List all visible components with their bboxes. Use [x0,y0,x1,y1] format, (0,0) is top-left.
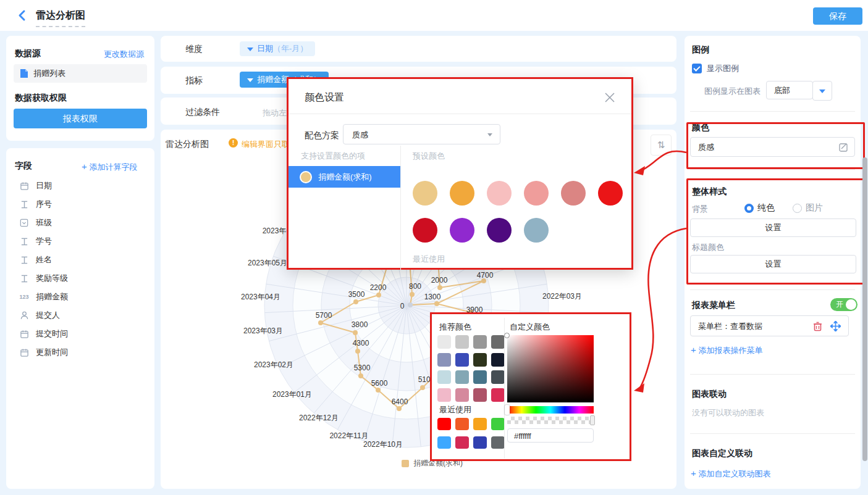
field-item-label: 学号 [36,236,52,247]
recommended-color-swatch[interactable] [437,370,451,384]
recommended-color-swatch[interactable] [437,388,451,402]
show-legend-checkbox[interactable] [692,64,702,73]
color-section-title: 颜色 [692,122,709,133]
dialog-series-item[interactable]: 捐赠金额(求和) [289,166,400,188]
report-perm-button[interactable]: 报表权限 [14,109,147,128]
edit-icon[interactable] [839,143,848,152]
chevron-down-icon [247,48,253,51]
field-item-label: 序号 [36,199,52,210]
gradient-cursor[interactable] [504,333,510,338]
field-item-日期[interactable]: 日期 [19,179,142,193]
dimension-card: 维度 日期（年-月） [161,36,676,62]
hue-handle[interactable] [505,405,510,415]
recommended-color-swatch[interactable] [455,370,469,384]
save-button[interactable]: 保存 [813,7,862,25]
recommended-color-swatch[interactable] [473,388,487,402]
linkage-section-title: 图表联动 [692,389,727,400]
recent-color-swatch[interactable] [455,436,469,449]
title-color-set-button[interactable]: 设置 [690,255,856,273]
filter-label: 过滤条件 [185,107,220,118]
legend-pos-select-caret[interactable] [812,81,832,101]
person-icon [19,311,30,320]
preset-color-swatch[interactable] [450,181,474,206]
saturation-gradient[interactable] [507,335,594,402]
scheme-select[interactable]: 质感 [343,124,500,144]
back-icon[interactable] [16,9,28,22]
field-item-label: 日期 [36,180,52,191]
alpha-handle[interactable] [590,415,595,425]
recommended-color-swatch[interactable] [473,335,487,349]
recommended-color-swatch[interactable] [473,353,487,367]
metric-label: 指标 [185,75,203,86]
field-item-奖励等级[interactable]: 奖励等级 [19,272,142,285]
recommended-color-swatch[interactable] [437,335,451,349]
preset-color-swatch[interactable] [524,181,549,206]
legend-pos-select[interactable]: 底部 [766,81,813,99]
sort-order-button[interactable]: ⇅ [651,135,672,156]
plus-icon: + [691,344,696,355]
preset-color-swatch[interactable] [450,218,474,243]
preset-colors-header: 预设颜色 [413,151,445,162]
preset-color-swatch[interactable] [413,218,437,243]
add-report-menu-link[interactable]: + 添加报表操作菜单 [691,344,762,356]
hue-slider[interactable] [507,406,594,414]
field-item-姓名[interactable]: 姓名 [19,253,142,267]
menu-toggle[interactable]: 开 [830,298,857,311]
move-icon[interactable] [830,321,841,331]
recent-color-swatch[interactable] [437,436,451,449]
preset-color-swatch[interactable] [413,181,437,206]
field-item-捐赠金额[interactable]: 123捐赠金额 [19,290,142,304]
recommended-color-swatch[interactable] [455,353,469,367]
legend-section-title: 图例 [692,44,709,56]
field-item-更新时间[interactable]: 更新时间 [19,346,142,359]
bg-set-button[interactable]: 设置 [690,218,856,237]
recommended-color-swatch[interactable] [491,335,505,349]
dimension-pill[interactable]: 日期（年-月） [240,41,315,56]
add-custom-linkage-link[interactable]: + 添加自定义联动图表 [691,468,770,480]
series-color-dot [300,171,312,183]
menu-section-title: 报表菜单栏 [692,300,735,311]
close-icon[interactable] [605,93,615,102]
field-item-序号[interactable]: 序号 [19,198,142,211]
bg-solid-radio[interactable] [744,204,754,213]
field-item-label: 奖励等级 [36,273,68,284]
recommended-color-swatch[interactable] [437,353,451,367]
chart-warning-text: 编辑界面只取 [242,139,290,150]
bg-label: 背景 [692,204,708,215]
recommended-color-swatch[interactable] [491,353,505,367]
preset-color-swatch[interactable] [598,181,623,206]
recent-color-swatch[interactable] [437,418,451,430]
recent-color-swatch[interactable] [491,436,505,449]
recent-color-swatch[interactable] [491,418,505,430]
change-datasource-link[interactable]: 更改数据源 [104,49,144,60]
field-item-提交时间[interactable]: 提交时间 [19,327,142,341]
recent-color-swatch[interactable] [473,418,487,430]
recommended-color-swatch[interactable] [455,388,469,402]
recent-color-swatch[interactable] [455,418,469,430]
recommended-color-swatch[interactable] [473,370,487,384]
recent-color-swatch[interactable] [473,436,487,449]
bg-image-radio[interactable] [793,204,802,213]
show-legend-label: 显示图例 [707,63,739,74]
alpha-slider[interactable] [507,417,594,424]
trash-icon[interactable] [813,322,822,331]
datasource-item[interactable]: 捐赠列表 [14,64,147,83]
field-item-label: 捐赠金额 [36,291,68,302]
menu-item[interactable]: 菜单栏：查看数据 [690,315,849,336]
hex-input[interactable]: #ffffff [507,428,594,443]
recommended-color-swatch[interactable] [491,388,505,402]
dialog-title: 颜色设置 [305,91,344,104]
scrollbar-thumb[interactable] [862,157,867,461]
recommended-color-swatch[interactable] [455,335,469,349]
field-item-班级[interactable]: 班级 [19,216,142,230]
text-icon [19,201,30,209]
color-scheme-input[interactable]: 质感 [690,137,855,157]
field-item-提交人[interactable]: 提交人 [19,309,142,322]
recommended-color-swatch[interactable] [491,370,505,384]
field-item-label: 班级 [36,217,52,228]
preset-color-swatch[interactable] [487,218,512,243]
field-item-学号[interactable]: 学号 [19,235,142,248]
preset-color-swatch[interactable] [524,218,549,243]
preset-color-swatch[interactable] [487,181,512,206]
preset-color-swatch[interactable] [561,181,586,206]
